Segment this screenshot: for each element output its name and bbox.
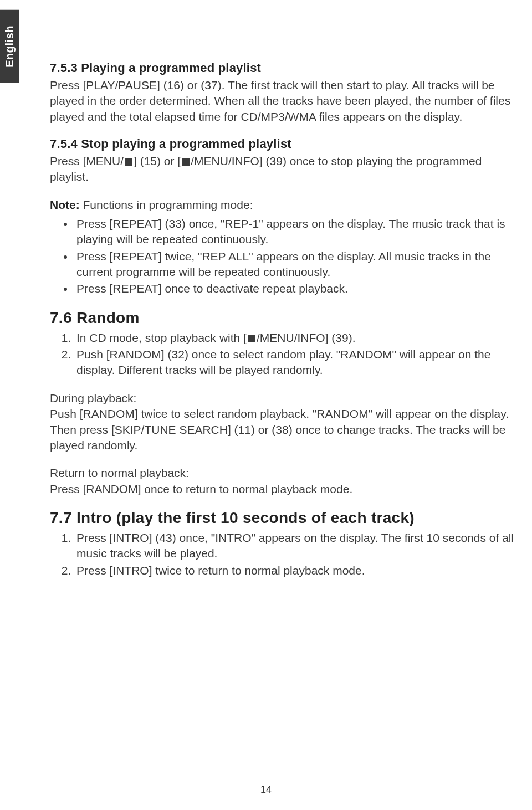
during-playback-block: During playback: Push [RANDOM] twice to …: [50, 391, 520, 453]
note-text: Functions in programming mode:: [80, 198, 253, 211]
page-content: 7.5.3 Playing a programmed playlist Pres…: [50, 61, 520, 591]
heading-7-7: 7.7 Intro (play the first 10 seconds of …: [50, 509, 520, 527]
return-normal-body: Press [RANDOM] once to return to normal …: [50, 483, 352, 495]
page-number: 14: [0, 784, 532, 796]
text-fragment: ] (15) or [: [134, 155, 181, 167]
during-playback-body: Push [RANDOM] twice to select random pla…: [50, 407, 509, 452]
body-7-5-3: Press [PLAY/PAUSE] (16) or (37). The fir…: [50, 78, 520, 125]
list-item: Press [INTRO] (43) once, "INTRO" appears…: [74, 530, 520, 562]
note-line: Note: Functions in programming mode:: [50, 197, 520, 213]
body-7-5-4: Press [MENU/] (15) or [/MENU/INFO] (39) …: [50, 153, 520, 185]
random-steps: In CD mode, stop playback with [/MENU/IN…: [50, 330, 520, 378]
during-playback-label: During playback:: [50, 392, 136, 404]
note-label: Note:: [50, 198, 80, 211]
stop-icon: [125, 158, 132, 166]
heading-7-6: 7.6 Random: [50, 309, 520, 327]
list-item: Press [REPEAT] (33) once, "REP-1" appear…: [74, 216, 520, 248]
heading-7-5-3: 7.5.3 Playing a programmed playlist: [50, 61, 520, 75]
list-item: Press [INTRO] twice to return to normal …: [74, 563, 520, 578]
return-normal-block: Return to normal playback: Press [RANDOM…: [50, 465, 520, 497]
list-item: In CD mode, stop playback with [/MENU/IN…: [74, 330, 520, 346]
text-fragment: /MENU/INFO] (39).: [257, 331, 356, 344]
stop-icon: [248, 335, 255, 342]
note-bullet-list: Press [REPEAT] (33) once, "REP-1" appear…: [50, 216, 520, 297]
heading-7-5-4: 7.5.4 Stop playing a programmed playlist: [50, 137, 520, 151]
list-item: Push [RANDOM] (32) once to select random…: [74, 347, 520, 378]
list-item: Press [REPEAT] once to deactivate repeat…: [74, 281, 520, 296]
intro-steps: Press [INTRO] (43) once, "INTRO" appears…: [50, 530, 520, 578]
text-fragment: In CD mode, stop playback with [: [76, 331, 247, 344]
text-fragment: Press [MENU/: [50, 155, 124, 167]
language-tab: English: [0, 10, 19, 83]
stop-icon: [182, 158, 190, 166]
list-item: Press [REPEAT] twice, "REP ALL" appears …: [74, 249, 520, 280]
return-normal-label: Return to normal playback:: [50, 466, 189, 479]
